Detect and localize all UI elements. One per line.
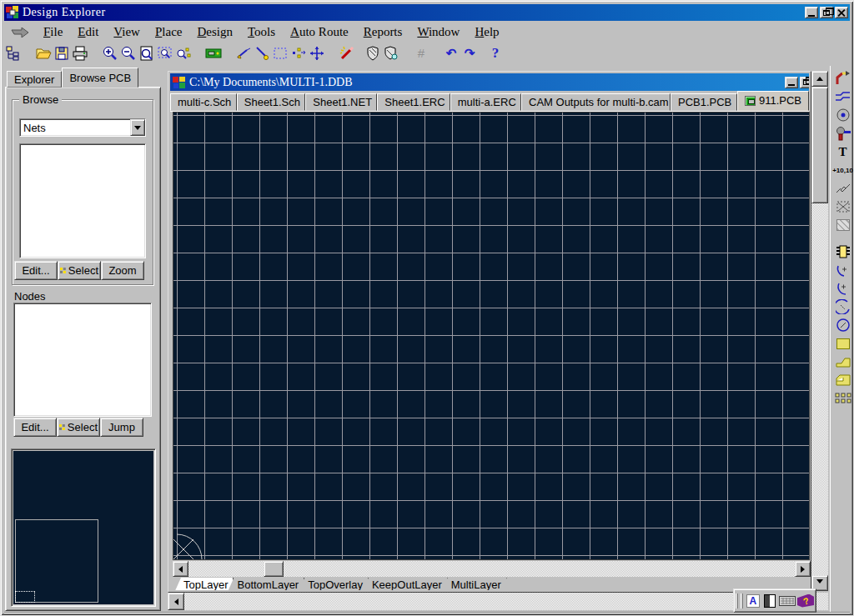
menu-edit[interactable]: Edit [70, 24, 106, 40]
place-coordinate-icon[interactable]: +10,10 [832, 161, 854, 179]
move-select-icon[interactable] [289, 44, 308, 63]
layer-tab-keepoutlayer[interactable]: KeepOutLayer [363, 578, 448, 590]
close-button[interactable] [835, 7, 848, 18]
doc-tab-sheet1-net[interactable]: Sheet1.NET [305, 93, 377, 111]
toolbar-grip[interactable] [741, 593, 743, 608]
hscroll-thumb[interactable] [264, 561, 284, 577]
board-preview[interactable] [11, 448, 156, 607]
browse-type-dropdown[interactable]: Nets [19, 118, 146, 137]
restore-button[interactable] [820, 7, 833, 18]
nodes-select-button[interactable]: Select [57, 418, 100, 437]
cross-probe-icon[interactable] [234, 44, 253, 63]
place-via-icon[interactable] [832, 124, 854, 143]
open-document-icon[interactable] [34, 44, 53, 63]
doc-minimize-button[interactable] [785, 77, 798, 88]
tab-browse-pcb[interactable]: Browse PCB [62, 68, 138, 88]
doc-tab-pcb1-pcb[interactable]: PCB1.PCB [671, 93, 737, 111]
nodes-list[interactable] [13, 303, 152, 417]
edit-arc-angle-icon[interactable] [832, 298, 854, 316]
workspace-horizontal-scrollbar[interactable] [168, 593, 828, 610]
place-fill-icon[interactable] [832, 334, 854, 353]
place-pad-icon[interactable] [832, 106, 854, 124]
redo-icon[interactable]: ↷ [460, 44, 479, 63]
doc-restore-button[interactable] [800, 77, 809, 88]
menu-help[interactable]: Help [467, 24, 506, 40]
board-view-icon[interactable] [204, 44, 223, 63]
zoom-document-icon[interactable] [138, 44, 156, 63]
menu-view[interactable]: View [106, 24, 148, 40]
design-explorer-window: Design Explorer File Edit View Place Des… [0, 0, 854, 616]
help-icon[interactable]: ? [486, 44, 505, 63]
vscroll-thumb[interactable] [811, 87, 828, 203]
interactive-routing-icon[interactable] [832, 69, 854, 88]
undo-icon[interactable]: ↶ [442, 44, 460, 63]
scroll-left-button[interactable] [173, 561, 188, 577]
place-polygon-cutout-icon[interactable] [832, 371, 854, 389]
layer-tab-topoverlay[interactable]: TopOverlay [299, 578, 369, 590]
scroll-right-button[interactable] [795, 561, 811, 577]
text-style-icon[interactable]: A [746, 593, 761, 609]
tab-explorer[interactable]: Explorer [7, 71, 62, 88]
scroll-up-button[interactable] [811, 71, 828, 87]
edit-full-circle-icon[interactable] [832, 316, 854, 334]
place-track-icon[interactable] [832, 88, 854, 106]
print-icon[interactable] [71, 44, 89, 63]
nets-list[interactable] [19, 143, 146, 258]
help-book-icon[interactable]: ? [797, 593, 814, 609]
zoom-area-icon[interactable] [156, 44, 174, 63]
menu-tools[interactable]: Tools [240, 24, 283, 40]
keyboard-icon[interactable] [779, 593, 796, 609]
grid-toggle-icon[interactable]: # [412, 44, 430, 63]
menu-reports[interactable]: Reports [356, 24, 410, 40]
nets-select-button[interactable]: Select [58, 261, 101, 280]
array-paste-icon[interactable] [832, 389, 854, 408]
layer-tab-bottomlayer[interactable]: BottomLayer [228, 578, 304, 590]
drc-online-icon[interactable] [364, 44, 382, 63]
slice-tracks-icon[interactable] [253, 44, 271, 63]
place-room-icon[interactable] [832, 198, 854, 216]
pcb-canvas[interactable] [173, 113, 809, 559]
place-string-icon[interactable]: T [832, 143, 854, 161]
minimize-button[interactable] [805, 7, 818, 18]
place-dimension-icon[interactable] [832, 179, 854, 198]
design-explorer-toggle-icon[interactable] [4, 44, 23, 63]
menu-design[interactable]: Design [189, 24, 240, 40]
place-fill-hatched-icon[interactable] [832, 216, 854, 234]
preview-viewport-rect[interactable] [15, 519, 98, 603]
canvas-horizontal-scrollbar[interactable] [173, 561, 811, 577]
drc-reset-icon[interactable] [382, 44, 400, 63]
layer-tab-multilayer[interactable]: MultiLayer [442, 578, 507, 590]
menu-window[interactable]: Window [409, 24, 467, 40]
doc-tab-sheet1-erc[interactable]: Sheet1.ERC [377, 93, 450, 111]
doc-tab-multi-a-erc[interactable]: multi-a.ERC [450, 93, 521, 111]
menu-file[interactable]: File [36, 24, 70, 40]
browse-group-label: Browse [19, 93, 62, 106]
edit-arc-center-icon[interactable] [832, 279, 854, 298]
wizard-icon[interactable] [338, 44, 356, 63]
doc-tab-multi-c-sch[interactable]: multi-c.Sch [170, 93, 237, 111]
place-polygon-icon[interactable] [832, 353, 854, 371]
doc-tab-cam-outputs[interactable]: CAM Outputs for multi-b.cam [521, 93, 671, 111]
canvas-vertical-scrollbar[interactable] [811, 71, 828, 591]
workspace-scroll-left-button[interactable] [168, 593, 184, 610]
move-object-icon[interactable] [308, 44, 326, 63]
dropdown-arrow-button[interactable] [130, 119, 145, 136]
zoom-in-icon[interactable] [101, 44, 119, 63]
zoom-out-icon[interactable] [119, 44, 138, 63]
save-document-icon[interactable] [53, 44, 71, 63]
menu-auto-route[interactable]: Auto Route [283, 24, 356, 40]
select-area-icon[interactable] [271, 44, 289, 63]
edit-arc-edge-icon[interactable] [832, 261, 854, 279]
menu-place[interactable]: Place [148, 24, 189, 40]
nets-edit-button[interactable]: Edit... [14, 261, 58, 280]
layer-tab-toplayer[interactable]: TopLayer [174, 578, 234, 590]
nodes-edit-button[interactable]: Edit... [13, 418, 57, 437]
doc-tab-911-pcb[interactable]: 911.PCB [737, 91, 809, 111]
zoom-selection-icon[interactable] [174, 44, 193, 63]
doc-tab-sheet1-sch[interactable]: Sheet1.Sch [237, 93, 306, 111]
place-component-icon[interactable] [832, 243, 854, 261]
toolbar-grip[interactable] [736, 593, 738, 608]
fill-style-icon[interactable] [762, 593, 777, 609]
nodes-jump-button[interactable]: Jump [100, 418, 143, 437]
nets-zoom-button[interactable]: Zoom [101, 261, 144, 280]
